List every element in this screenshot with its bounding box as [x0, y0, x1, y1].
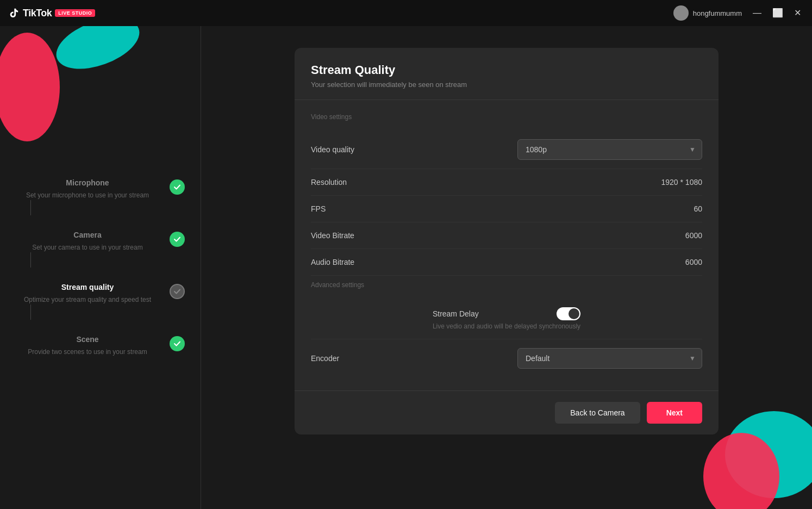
resolution-row: Resolution 1920 * 1080: [311, 169, 702, 196]
step-scene-content: Scene Provide two scenes to use in your …: [16, 335, 170, 357]
minimize-button[interactable]: —: [751, 8, 764, 18]
stream-delay-top: Stream Delay: [433, 307, 580, 320]
avatar: [673, 5, 689, 21]
tiktok-logo-text: TikTok: [23, 8, 52, 19]
stream-delay-desc: Live vedio and audio will be delayed syn…: [433, 322, 580, 330]
video-quality-select[interactable]: 720p 1080p 1440p 4K: [517, 139, 702, 160]
title-bar-left: TikTok LIVE Studio: [9, 8, 95, 19]
panel-title: Stream Quality: [311, 63, 702, 77]
fps-row: FPS 60: [311, 196, 702, 222]
panel-footer: Back to Camera Next: [295, 390, 719, 434]
username: hongfummumm: [693, 9, 742, 17]
resolution-value: 1920 * 1080: [661, 178, 702, 187]
step-stream-quality-desc: Optimize your stream quality and speed t…: [16, 295, 159, 305]
title-bar-right: hongfummumm — ⬜ ✕: [673, 5, 803, 21]
panel-body: Video settings Video quality 720p 1080p …: [295, 100, 719, 390]
step-stream-quality: Stream quality Optimize your stream qual…: [0, 268, 201, 320]
tiktok-brand-icon: [9, 8, 20, 18]
back-to-camera-button[interactable]: Back to Camera: [555, 402, 640, 424]
audio-bitrate-value: 6000: [685, 258, 702, 266]
panel-subtitle: Your selection will immediately be seen …: [311, 80, 702, 89]
stream-delay-label: Stream Delay: [433, 309, 479, 318]
step-microphone-content: Microphone Set your microphone to use in…: [16, 178, 170, 200]
maximize-button[interactable]: ⬜: [770, 8, 785, 18]
step-camera-icon: [170, 232, 185, 247]
content-area: Stream Quality Your selection will immed…: [201, 26, 812, 509]
fps-label: FPS: [311, 204, 326, 213]
video-quality-label: Video quality: [311, 145, 354, 154]
step-stream-quality-icon: [170, 284, 185, 299]
step-camera-desc: Set your camera to use in your stream: [16, 243, 159, 252]
video-bitrate-value: 6000: [685, 231, 702, 240]
video-settings-label: Video settings: [311, 113, 702, 121]
stream-delay-row: Stream Delay Live vedio and audio will b…: [311, 299, 702, 339]
step-scene-icon: [170, 336, 185, 351]
main-layout: Microphone Set your microphone to use in…: [0, 26, 812, 509]
step-microphone-desc: Set your microphone to use in your strea…: [16, 190, 159, 200]
next-button[interactable]: Next: [647, 402, 702, 424]
stream-delay-toggle[interactable]: [557, 307, 580, 320]
step-stream-quality-content: Stream quality Optimize your stream qual…: [16, 283, 170, 305]
step-camera-content: Camera Set your camera to use in your st…: [16, 231, 170, 252]
step-microphone-icon: [170, 179, 185, 195]
video-quality-row: Video quality 720p 1080p 1440p 4K ▼: [311, 131, 702, 169]
audio-bitrate-row: Audio Bitrate 6000: [311, 249, 702, 276]
step-camera: Camera Set your camera to use in your st…: [0, 215, 201, 268]
tiktok-logo: TikTok LIVE Studio: [9, 8, 95, 19]
video-quality-select-wrapper: 720p 1080p 1440p 4K ▼: [517, 139, 702, 160]
encoder-select[interactable]: Default x264 NVENC AMD AMF: [517, 348, 702, 369]
window-controls: — ⬜ ✕: [751, 8, 803, 18]
panel-header: Stream Quality Your selection will immed…: [295, 48, 719, 100]
close-button[interactable]: ✕: [792, 8, 803, 18]
step-scene-desc: Provide two scenes to use in your stream: [16, 347, 159, 357]
fps-value: 60: [694, 204, 702, 213]
video-bitrate-label: Video Bitrate: [311, 231, 354, 240]
step-stream-quality-title: Stream quality: [16, 283, 159, 291]
step-scene: Scene Provide two scenes to use in your …: [0, 320, 201, 372]
video-bitrate-row: Video Bitrate 6000: [311, 222, 702, 249]
advanced-settings-label: Advanced settings: [311, 281, 702, 289]
toggle-knob: [569, 308, 579, 319]
encoder-label: Encoder: [311, 354, 339, 363]
stream-quality-panel: Stream Quality Your selection will immed…: [295, 48, 719, 434]
step-microphone: Microphone Set your microphone to use in…: [0, 163, 201, 215]
step-scene-title: Scene: [16, 335, 159, 344]
audio-bitrate-label: Audio Bitrate: [311, 258, 354, 266]
encoder-select-wrapper: Default x264 NVENC AMD AMF ▼: [517, 348, 702, 369]
step-microphone-title: Microphone: [16, 178, 159, 187]
resolution-label: Resolution: [311, 178, 347, 187]
step-camera-title: Camera: [16, 231, 159, 239]
live-studio-badge: LIVE Studio: [55, 9, 95, 17]
user-info: hongfummumm: [673, 5, 742, 21]
encoder-row: Encoder Default x264 NVENC AMD AMF ▼: [311, 339, 702, 377]
title-bar: TikTok LIVE Studio hongfummumm — ⬜ ✕: [0, 0, 812, 26]
sidebar: Microphone Set your microphone to use in…: [0, 26, 201, 509]
